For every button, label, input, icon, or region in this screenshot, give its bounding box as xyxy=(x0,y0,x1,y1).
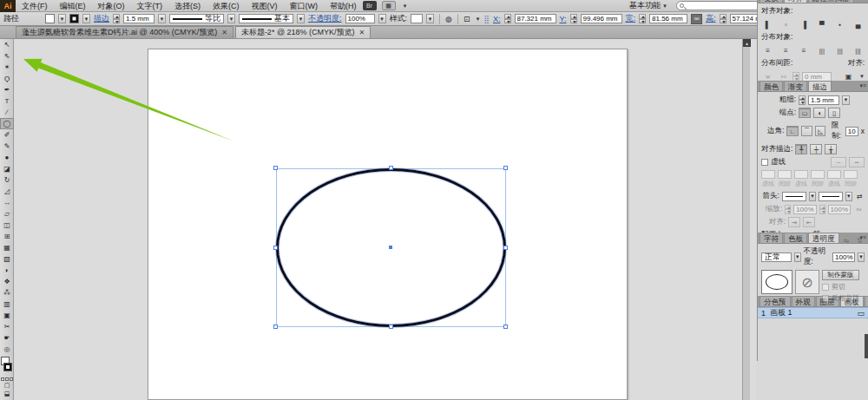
limit-field[interactable]: 10 xyxy=(845,127,858,136)
stroke-color-swatch[interactable] xyxy=(69,14,79,23)
clip-checkbox[interactable] xyxy=(822,284,829,291)
none-button[interactable] xyxy=(10,377,13,381)
align-stroke-inside-icon[interactable]: ┼ xyxy=(810,144,822,154)
arrowhead-start-select[interactable] xyxy=(782,192,806,201)
width-profile-select[interactable]: 等比 xyxy=(169,14,224,23)
menu-help[interactable]: 帮助(H) xyxy=(324,2,363,10)
bevel-join-icon[interactable]: ◺ xyxy=(815,126,825,136)
tool-mesh[interactable]: ▦ xyxy=(0,242,14,253)
width-profile-dropdown-icon[interactable]: ▼ xyxy=(227,14,235,23)
align-vertical-bottom-icon[interactable]: ▄ xyxy=(852,19,865,30)
stroke-panel-link[interactable]: 描边 xyxy=(94,13,109,24)
arrowhead-end-select[interactable] xyxy=(819,192,843,201)
invert-mask-checkbox[interactable] xyxy=(822,295,829,302)
scale-start-field[interactable]: 100% xyxy=(793,205,816,214)
tool-ellipse[interactable]: ◯ xyxy=(0,118,14,129)
tool-artboard[interactable]: ▣ xyxy=(0,310,14,321)
style-field[interactable] xyxy=(411,14,423,23)
distribute-horizontal-right-icon[interactable]: ||| xyxy=(852,45,865,56)
doc-tab-1[interactable]: 蓬生源氨糖软骨素维生素D钙片.ai @ 400% (CMYK/预览) ✕ xyxy=(16,26,233,38)
miter-join-icon[interactable]: ∟ xyxy=(786,126,798,136)
arrowhead-start-dropdown-icon[interactable]: ▼ xyxy=(809,192,816,201)
tool-scale[interactable]: ◿ xyxy=(0,186,14,197)
panel-menu-icon[interactable]: ▾≡ xyxy=(859,0,866,3)
weight-stepper[interactable] xyxy=(799,95,806,105)
dashed-line-checkbox[interactable] xyxy=(761,159,768,166)
panel-opacity-dropdown-icon[interactable]: ▼ xyxy=(858,252,865,262)
align-options-icon[interactable]: ⊡ xyxy=(464,15,470,23)
recolor-artwork-icon[interactable]: ◍ xyxy=(445,15,452,23)
tool-hand[interactable]: ☛ xyxy=(0,332,14,344)
tab-pathfinder[interactable]: 路径查找器 xyxy=(808,0,854,3)
distribute-horizontal-center-icon[interactable]: ||| xyxy=(833,45,846,56)
tool-line-segment[interactable]: ∕ xyxy=(0,107,14,118)
butt-cap-icon[interactable]: ▭ xyxy=(799,108,811,118)
menu-window[interactable]: 窗口(W) xyxy=(284,2,325,10)
round-cap-icon[interactable]: ◖ xyxy=(813,108,825,118)
handle-middle-right[interactable] xyxy=(503,246,508,250)
stroke-weight-dropdown-icon[interactable]: ▼ xyxy=(158,14,166,23)
arrow-align-end-icon[interactable]: ⇤ xyxy=(803,217,815,227)
handle-top-center[interactable] xyxy=(389,166,393,170)
arrow-align-tip-icon[interactable]: ⇥ xyxy=(788,217,800,227)
tab-stroke[interactable]: 描边 xyxy=(808,81,832,91)
object-thumbnail[interactable] xyxy=(761,270,792,294)
x-field[interactable]: 87.321 mm xyxy=(515,14,556,23)
height-stepper[interactable] xyxy=(720,14,727,23)
tool-zoom[interactable]: ◎ xyxy=(0,344,14,355)
distribute-vertical-center-icon[interactable]: ≡ xyxy=(779,45,792,56)
arrange-documents-icon[interactable]: ▦ xyxy=(382,1,396,10)
link-scale-icon[interactable]: ∾ xyxy=(853,204,865,214)
bridge-icon[interactable]: Br xyxy=(363,1,377,10)
reference-point-locator-icon[interactable]: ⣿ xyxy=(483,15,490,23)
make-mask-button[interactable]: 制作蒙版 xyxy=(822,270,859,280)
menu-view[interactable]: 视图(V) xyxy=(246,2,284,10)
doc-tab-2[interactable]: 未标题-2* @ 218% (CMYK/预览) ✕ xyxy=(235,26,371,38)
tool-column-graph[interactable]: ▥ xyxy=(0,298,14,310)
tool-shape-builder[interactable]: ◫ xyxy=(0,220,14,231)
preserve-dash-icon[interactable]: ┄ xyxy=(831,157,846,167)
scale-end-field[interactable]: 100% xyxy=(828,205,851,214)
weight-dropdown-icon[interactable]: ▼ xyxy=(842,95,850,105)
gap-field[interactable] xyxy=(844,170,858,179)
handle-top-right[interactable] xyxy=(503,166,508,170)
distribute-horizontal-left-icon[interactable]: ||| xyxy=(815,45,828,56)
handle-top-left[interactable] xyxy=(273,166,278,170)
tool-perspective-grid[interactable]: ⊞ xyxy=(0,231,14,242)
align-vertical-top-icon[interactable]: ▀ xyxy=(815,19,828,30)
vertical-distribute-space-icon[interactable]: ≍ xyxy=(761,71,774,82)
dash-field[interactable] xyxy=(761,170,775,179)
brush-definition-dropdown-icon[interactable]: ▼ xyxy=(297,14,305,23)
tool-selection[interactable]: ↖ xyxy=(0,39,14,50)
dock-scrollbar-thumb[interactable] xyxy=(865,334,868,358)
opacity-dropdown-icon[interactable]: ▼ xyxy=(378,14,386,23)
align-dash-icon[interactable]: ╍ xyxy=(849,157,865,167)
x-stepper[interactable] xyxy=(504,14,511,23)
close-tab-icon[interactable]: ✕ xyxy=(221,29,227,36)
scroll-up-icon[interactable]: ▲ xyxy=(743,39,751,47)
menu-edit[interactable]: 编辑(E) xyxy=(54,2,92,10)
blend-mode-dropdown-icon[interactable]: ▼ xyxy=(794,252,801,262)
toolbar-stroke-swatch[interactable] xyxy=(3,363,12,371)
ellipse-center-point[interactable] xyxy=(389,246,392,249)
tab-transform[interactable]: 变换 xyxy=(760,0,783,3)
width-field[interactable]: 81.56 mm xyxy=(649,14,687,23)
canvas[interactable] xyxy=(14,39,756,400)
tool-pen[interactable]: ✒ xyxy=(0,84,14,95)
gap-field[interactable] xyxy=(778,170,792,179)
tab-separations-preview[interactable]: 分色预 xyxy=(760,296,791,306)
stroke-weight-stepper[interactable] xyxy=(113,14,120,23)
stroke-dropdown-icon[interactable]: ▼ xyxy=(82,14,90,23)
y-field[interactable]: 99.496 mm xyxy=(581,14,622,23)
tool-eyedropper[interactable]: ◗ xyxy=(0,265,14,276)
y-stepper[interactable] xyxy=(570,14,577,23)
tab-character[interactable]: 字符 xyxy=(760,233,783,243)
scale-start-stepper[interactable] xyxy=(785,205,791,214)
constrain-proportions-icon[interactable]: ∞ xyxy=(691,14,702,24)
distribute-vertical-bottom-icon[interactable]: ≡ xyxy=(798,45,811,56)
align-horizontal-left-icon[interactable]: ▌ xyxy=(761,19,774,30)
spacing-stepper[interactable] xyxy=(792,72,799,82)
mask-thumbnail[interactable]: ⊘ xyxy=(795,270,819,294)
tool-direct-selection[interactable]: ⇖ xyxy=(0,50,14,62)
handle-bottom-right[interactable] xyxy=(503,325,508,329)
